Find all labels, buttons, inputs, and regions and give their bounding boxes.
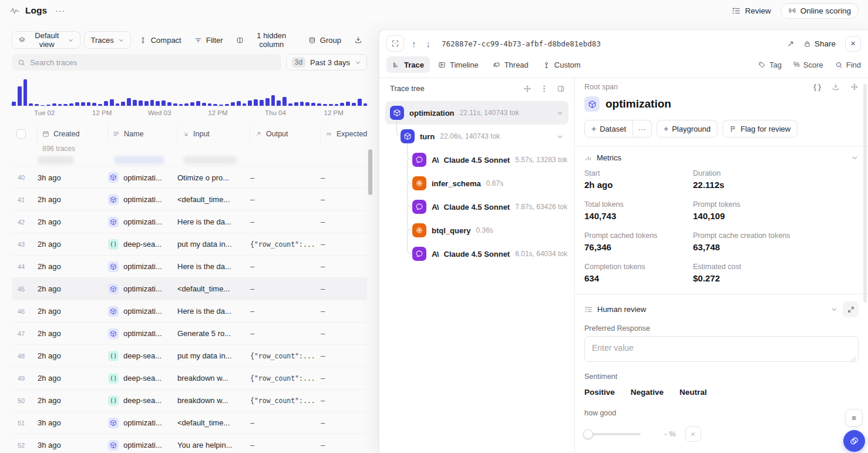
chevron-down-icon[interactable] [830,306,838,313]
table-row[interactable]: 403h agooptimizati...Otimize o pro...–– [12,166,367,189]
metric-item: Total tokens140,743 [584,200,693,221]
open-external-icon[interactable]: ↗ [787,39,794,48]
table-scrollbar[interactable] [368,149,372,195]
chevron-down-icon[interactable] [851,154,859,162]
add-to-dataset-button[interactable]: + Dataset [584,120,633,137]
chevron-down-icon[interactable] [556,133,564,140]
assistant-fab-button[interactable] [843,430,865,452]
span-name: infer_schema [432,179,481,188]
next-trace-button[interactable]: ↓ [424,39,433,49]
histogram-bar [271,95,275,106]
column-header-name[interactable]: Name [108,125,177,143]
tag-button[interactable]: Tag [758,61,782,69]
sentiment-option-negative[interactable]: Negative [631,388,664,397]
table-row[interactable]: 422h agooptimizati...Here is the da...–– [12,211,367,233]
sentiment-option-positive[interactable]: Positive [584,388,615,397]
clear-score-button[interactable] [685,426,701,442]
table-row[interactable]: 492h ago()deep-sea...breakdown w...{"row… [12,367,367,390]
table-row[interactable]: 462h agooptimizati...Here is the da...–– [12,300,367,323]
download-icon[interactable] [832,83,840,91]
histogram-bar [92,103,96,106]
table-row[interactable]: 502h ago()deep-sea...breakdown w...{"row… [12,390,367,412]
table-row[interactable]: 442h agooptimizati...Here is the da...–– [12,256,367,278]
view-json-icon[interactable]: { } [813,83,821,91]
find-button[interactable]: Find [835,61,861,69]
table-row[interactable]: 523h agooptimizati...You are helpin...–– [12,434,367,453]
review-button[interactable]: Review [732,6,771,15]
date-range-button[interactable]: 3d Past 3 days [286,54,367,71]
row-number: 41 [12,196,38,203]
traces-table-body: 403h agooptimizati...Otimize o pro...––4… [12,166,367,453]
share-button[interactable]: Share [803,39,836,48]
cell-input: Here is the da... [177,217,250,226]
column-header-expected[interactable]: Expected [321,125,367,143]
compact-toggle-button[interactable]: Compact [134,31,186,49]
table-row[interactable]: 452h agooptimizati...<default_time...–– [12,278,367,300]
dataset-more-button[interactable]: ··· [633,120,652,137]
histogram-bar [35,104,39,106]
column-header-output[interactable]: Output [250,125,321,143]
histogram-bar [121,102,125,106]
cell-output: – [250,195,321,204]
hidden-columns-button[interactable]: 1 hidden column [231,31,300,49]
trace-volume-histogram[interactable]: Tue 0212 PMWed 0312 PMThu 0412 PM [12,78,367,118]
detail-scrollbar[interactable] [863,84,867,303]
sentiment-option-neutral[interactable]: Neutral [679,388,707,397]
cell-expected: – [321,396,367,405]
open-playground-button[interactable]: + Playground [657,120,718,137]
axis-tick [218,106,218,108]
tab-thread[interactable]: Thread [487,56,534,73]
table-row[interactable]: 513h agooptimizati...<default_time...–– [12,412,367,434]
cell-expected: – [321,441,367,449]
focus-span-button[interactable] [386,35,404,52]
tab-timeline[interactable]: Timeline [432,56,485,73]
flag-for-review-button[interactable]: Flag for review [722,120,798,137]
view-selector-button[interactable]: Default view [12,31,80,49]
move-icon[interactable] [850,83,859,91]
column-header-input[interactable]: Input [177,125,250,143]
tab-label: Thread [504,61,529,69]
close-panel-button[interactable]: ✕ [845,36,861,52]
preferred-response-input[interactable] [584,336,859,362]
expand-review-button[interactable] [843,301,859,317]
histogram-bar [213,104,217,106]
tab-custom[interactable]: Custom [537,56,587,73]
search-input[interactable] [30,58,275,67]
group-button[interactable]: Group [304,31,346,49]
resize-handle[interactable] [851,356,856,361]
select-all-checkbox[interactable] [16,129,26,139]
score-slider[interactable] [584,433,641,435]
chevron-down-icon[interactable] [556,109,564,117]
more-menu-button[interactable]: ··· [55,6,65,15]
top-bar: Logs ··· Review Online scoring [0,0,868,21]
traces-selector-button[interactable]: Traces [84,31,130,49]
slider-knob[interactable] [583,429,593,439]
trace-detail-header: ↑ ↓ 762887e7-cc99-4b73-afbf-d8bde81ebd83… [379,30,868,55]
root-span-panel: Root span { } optimization [574,76,868,453]
prev-trace-button[interactable]: ↑ [409,39,419,49]
task-span-icon [108,440,119,451]
column-header-created[interactable]: Created [38,125,108,143]
export-button[interactable] [349,31,367,49]
axis-tick-label: 12 PM [92,109,112,116]
table-row[interactable]: 482h ago()deep-sea...put my data in...{"… [12,345,367,367]
filter-button[interactable]: Filter [190,31,228,49]
trace-tree-item[interactable]: A\Claude 4.5 Sonnet6.01s, 64034 tok [385,242,568,266]
score-button[interactable]: %Score [793,61,823,69]
task-span-icon [108,172,119,183]
task-span-icon [108,328,119,339]
function-span-icon: () [108,239,119,250]
sidebar-toggle-icon[interactable] [557,85,565,93]
tab-trace[interactable]: Trace [386,56,430,73]
table-row[interactable]: 412h agooptimizati...<default_time...–– [12,189,367,211]
axis-tick [160,106,160,108]
online-scoring-button[interactable]: Online scoring [780,3,859,19]
side-sheet-button[interactable]: ≡ [845,409,863,427]
move-icon[interactable] [523,85,531,93]
cell-expected: – [321,173,367,182]
trace-tree-item[interactable]: optimization22.11s, 140743 tok [385,101,568,125]
kebab-menu-icon[interactable]: ⋮ [540,84,548,93]
table-row[interactable]: 432h ago()deep-sea...put my data in...{"… [12,233,367,256]
cube-icon [110,196,117,203]
table-row[interactable]: 472h agooptimizati...Generate 5 ro...–– [12,323,367,345]
